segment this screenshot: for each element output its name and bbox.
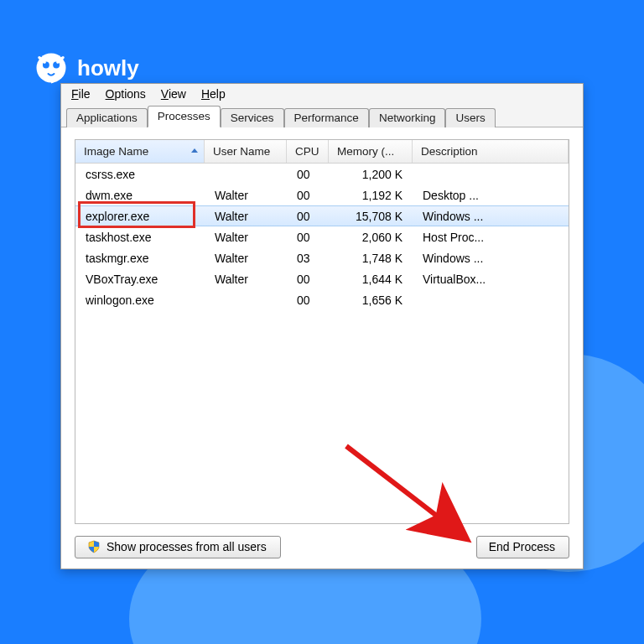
cell: 1,656 K [329, 293, 413, 307]
menu-file[interactable]: File [71, 87, 91, 101]
cell: Desktop ... [413, 189, 569, 202]
footer-row: Show processes from all users End Proces… [75, 524, 569, 558]
cell: Walter [205, 231, 287, 244]
cell: 1,748 K [329, 252, 413, 265]
table-row[interactable]: taskmgr.exeWalter031,748 KWindows ... [75, 247, 569, 268]
menu-help[interactable]: Help [201, 87, 226, 101]
cell: 00 [287, 293, 329, 307]
list-header: Image Name User Name CPU Memory (... Des… [75, 140, 569, 164]
table-row[interactable]: csrss.exe001,200 K [75, 164, 569, 184]
table-row[interactable]: VBoxTray.exeWalter001,644 KVirtualBox... [75, 268, 569, 289]
menu-view[interactable]: View [161, 87, 186, 101]
tab-processes[interactable]: Processes [148, 106, 221, 127]
tab-strip: Applications Processes Services Performa… [61, 103, 583, 127]
show-all-users-button[interactable]: Show processes from all users [75, 536, 281, 558]
task-manager-window: File Options View Help Applications Proc… [60, 83, 584, 569]
cell: 1,192 K [329, 189, 413, 202]
cell: 00 [287, 168, 329, 181]
cell: 1,644 K [329, 273, 413, 286]
col-cpu[interactable]: CPU [287, 140, 329, 163]
cell: taskmgr.exe [75, 252, 205, 265]
tab-networking[interactable]: Networking [369, 108, 446, 127]
cell: Walter [205, 189, 287, 202]
cell: Walter [205, 252, 287, 265]
col-memory[interactable]: Memory (... [329, 140, 413, 163]
cell: 00 [287, 231, 329, 244]
col-description[interactable]: Description [413, 140, 569, 163]
tab-applications[interactable]: Applications [66, 108, 148, 127]
tab-services[interactable]: Services [221, 108, 284, 127]
cell: winlogon.exe [75, 293, 205, 307]
brand-name: howly [77, 55, 139, 81]
cell: 00 [287, 210, 329, 223]
owl-icon [34, 50, 69, 86]
list-rows: csrss.exe001,200 Kdwm.exeWalter001,192 K… [75, 164, 569, 523]
brand-logo: howly [34, 50, 139, 86]
table-row[interactable]: explorer.exeWalter0015,708 KWindows ... [75, 205, 569, 226]
cell: Windows ... [413, 252, 569, 265]
cell: Host Proc... [413, 231, 569, 244]
cell: 2,060 K [329, 231, 413, 244]
cell: dwm.exe [75, 189, 205, 202]
col-user-name[interactable]: User Name [205, 140, 287, 163]
cell: Walter [205, 273, 287, 286]
cell: 03 [287, 252, 329, 265]
cell: 1,200 K [329, 168, 413, 181]
tab-users[interactable]: Users [445, 108, 495, 127]
uac-shield-icon [87, 540, 101, 553]
cell: explorer.exe [75, 210, 205, 223]
cell: 00 [287, 273, 329, 286]
sort-asc-icon [191, 148, 198, 153]
cell: 00 [287, 189, 329, 202]
col-image-name[interactable]: Image Name [75, 140, 205, 163]
table-row[interactable]: winlogon.exe001,656 K [75, 289, 569, 310]
table-row[interactable]: dwm.exeWalter001,192 KDesktop ... [75, 184, 569, 205]
tab-performance[interactable]: Performance [284, 108, 369, 127]
cell: VirtualBox... [413, 273, 569, 286]
menu-bar: File Options View Help [61, 84, 583, 103]
process-list[interactable]: Image Name User Name CPU Memory (... Des… [75, 139, 569, 524]
cell: Windows ... [413, 210, 569, 223]
cell: taskhost.exe [75, 231, 205, 244]
end-process-button[interactable]: End Process [476, 536, 569, 558]
cell: VBoxTray.exe [75, 273, 205, 286]
table-row[interactable]: taskhost.exeWalter002,060 KHost Proc... [75, 226, 569, 247]
cell: csrss.exe [75, 168, 205, 181]
cell: Walter [205, 210, 287, 223]
tab-body: Image Name User Name CPU Memory (... Des… [61, 127, 583, 569]
menu-options[interactable]: Options [106, 87, 146, 101]
show-all-label: Show processes from all users [106, 540, 267, 553]
cell: 15,708 K [329, 210, 413, 223]
